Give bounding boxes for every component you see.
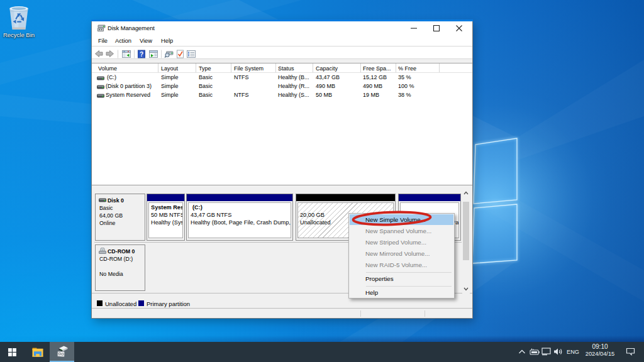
svg-text:?: ?	[140, 51, 143, 58]
